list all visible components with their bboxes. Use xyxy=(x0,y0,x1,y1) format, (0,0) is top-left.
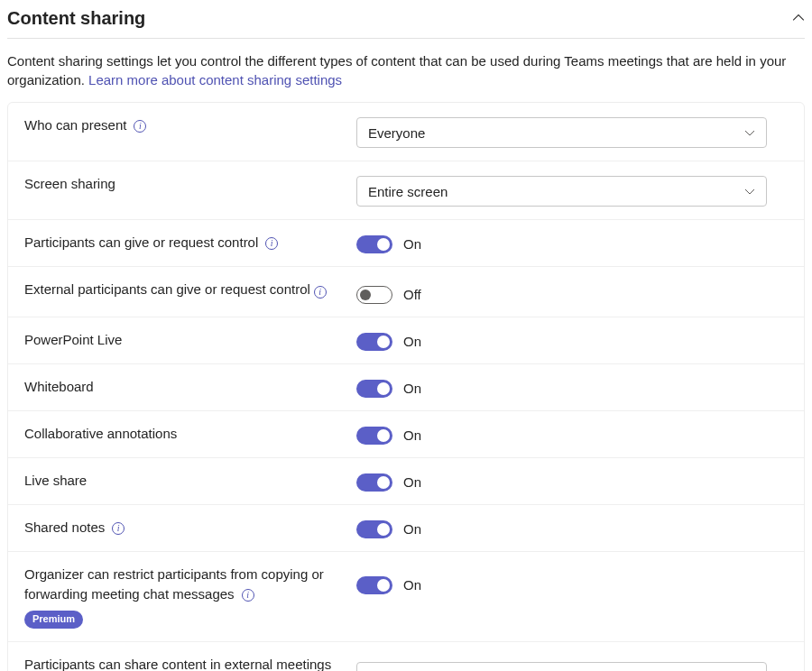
learn-more-link[interactable]: Learn more about content sharing setting… xyxy=(88,72,342,87)
setting-label: Shared notes xyxy=(24,519,105,535)
row-give-request-control: Participants can give or request control… xyxy=(8,219,804,266)
info-icon[interactable]: i xyxy=(314,286,327,299)
setting-label: Whiteboard xyxy=(24,379,94,394)
screen-sharing-select[interactable]: Entire screen xyxy=(356,176,767,207)
info-icon[interactable]: i xyxy=(242,589,254,602)
external-give-request-toggle[interactable] xyxy=(356,286,392,304)
shared-notes-toggle[interactable] xyxy=(356,520,392,538)
setting-label: Organizer can restrict participants from… xyxy=(24,566,324,602)
premium-badge: Premium xyxy=(24,611,83,628)
setting-label: PowerPoint Live xyxy=(24,332,122,347)
chevron-down-icon xyxy=(744,182,755,201)
collaborative-annotations-toggle[interactable] xyxy=(356,427,392,445)
row-shared-notes: Shared notes i On xyxy=(8,504,804,551)
toggle-state: On xyxy=(403,473,421,492)
info-icon[interactable]: i xyxy=(265,237,278,250)
setting-label: Who can present xyxy=(24,117,126,133)
setting-label: Live share xyxy=(24,473,87,488)
give-request-toggle[interactable] xyxy=(356,235,392,253)
chevron-down-icon xyxy=(744,124,755,142)
setting-label: Collaborative annotations xyxy=(24,426,177,441)
setting-label: External participants can give or reques… xyxy=(24,281,310,297)
row-live-share: Live share On xyxy=(8,457,804,504)
divider xyxy=(7,38,805,39)
select-value: Any org xyxy=(368,667,415,671)
select-value: Everyone xyxy=(368,124,425,142)
whiteboard-toggle[interactable] xyxy=(356,380,392,398)
section-description: Content sharing settings let you control… xyxy=(7,51,805,102)
share-external-select[interactable]: Any org xyxy=(356,662,767,671)
row-whiteboard: Whiteboard On xyxy=(8,363,804,410)
chevron-down-icon xyxy=(744,667,755,671)
row-restrict-copy-forward: Organizer can restrict participants from… xyxy=(8,551,804,641)
toggle-state: On xyxy=(403,379,421,398)
row-share-external-meetings: Participants can share content in extern… xyxy=(8,641,804,671)
setting-label: Screen sharing xyxy=(24,176,115,191)
toggle-state: On xyxy=(403,519,421,538)
section-title: Content sharing xyxy=(7,5,145,31)
row-screen-sharing: Screen sharing Entire screen xyxy=(8,161,804,219)
restrict-copy-toggle[interactable] xyxy=(356,576,392,594)
toggle-state: On xyxy=(403,332,421,351)
setting-label: Participants can share content in extern… xyxy=(24,657,331,671)
settings-card: Who can present i Everyone Screen sharin… xyxy=(7,102,805,671)
who-can-present-select[interactable]: Everyone xyxy=(356,117,767,148)
setting-label: Participants can give or request control xyxy=(24,234,258,250)
toggle-state: Off xyxy=(403,285,421,304)
toggle-state: On xyxy=(403,234,421,253)
info-icon[interactable]: i xyxy=(112,522,125,535)
info-icon[interactable]: i xyxy=(134,120,146,133)
row-powerpoint-live: PowerPoint Live On xyxy=(8,317,804,363)
live-share-toggle[interactable] xyxy=(356,473,392,492)
toggle-state: On xyxy=(403,426,421,445)
toggle-state: On xyxy=(403,575,421,594)
powerpoint-live-toggle[interactable] xyxy=(356,333,392,351)
row-who-can-present: Who can present i Everyone xyxy=(8,103,804,161)
select-value: Entire screen xyxy=(368,182,448,201)
row-collaborative-annotations: Collaborative annotations On xyxy=(8,410,804,457)
collapse-chevron-icon[interactable] xyxy=(792,12,805,24)
row-external-give-request-control: External participants can give or reques… xyxy=(8,266,804,317)
